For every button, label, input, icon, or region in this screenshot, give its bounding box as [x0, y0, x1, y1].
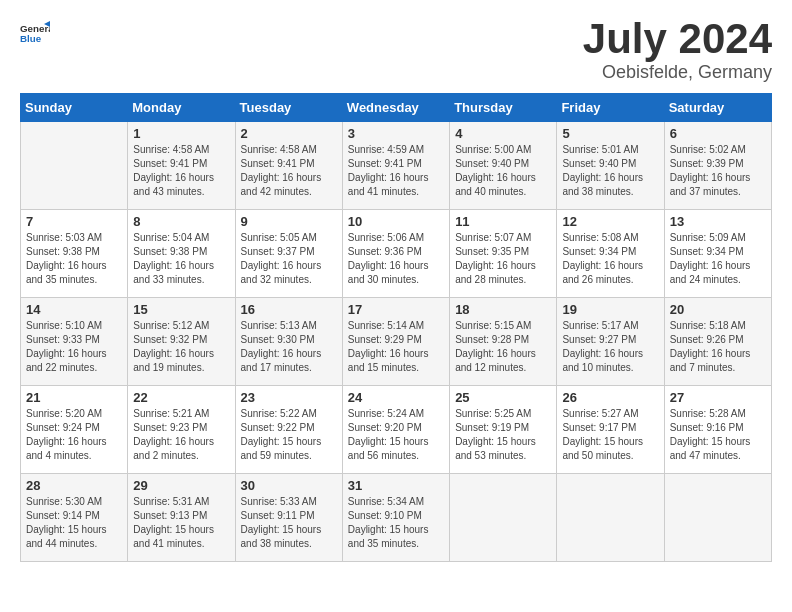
day-info: Sunrise: 5:28 AMSunset: 9:16 PMDaylight:…: [670, 407, 766, 463]
page-container: General Blue July 2024 Oebisfelde, Germa…: [0, 0, 792, 572]
day-info: Sunrise: 5:21 AMSunset: 9:23 PMDaylight:…: [133, 407, 229, 463]
day-info: Sunrise: 5:22 AMSunset: 9:22 PMDaylight:…: [241, 407, 337, 463]
day-number: 8: [133, 214, 229, 229]
header-wednesday: Wednesday: [342, 94, 449, 122]
day-number: 3: [348, 126, 444, 141]
header-sunday: Sunday: [21, 94, 128, 122]
day-info: Sunrise: 5:13 AMSunset: 9:30 PMDaylight:…: [241, 319, 337, 375]
day-number: 23: [241, 390, 337, 405]
day-number: 25: [455, 390, 551, 405]
calendar-cell: 8Sunrise: 5:04 AMSunset: 9:38 PMDaylight…: [128, 210, 235, 298]
calendar-cell: 10Sunrise: 5:06 AMSunset: 9:36 PMDayligh…: [342, 210, 449, 298]
day-number: 28: [26, 478, 122, 493]
day-info: Sunrise: 5:10 AMSunset: 9:33 PMDaylight:…: [26, 319, 122, 375]
day-info: Sunrise: 5:08 AMSunset: 9:34 PMDaylight:…: [562, 231, 658, 287]
calendar-cell: 26Sunrise: 5:27 AMSunset: 9:17 PMDayligh…: [557, 386, 664, 474]
calendar-cell: 14Sunrise: 5:10 AMSunset: 9:33 PMDayligh…: [21, 298, 128, 386]
day-number: 30: [241, 478, 337, 493]
calendar-cell: 6Sunrise: 5:02 AMSunset: 9:39 PMDaylight…: [664, 122, 771, 210]
day-number: 1: [133, 126, 229, 141]
day-info: Sunrise: 5:34 AMSunset: 9:10 PMDaylight:…: [348, 495, 444, 551]
calendar-cell: 30Sunrise: 5:33 AMSunset: 9:11 PMDayligh…: [235, 474, 342, 562]
day-number: 26: [562, 390, 658, 405]
calendar-cell: 22Sunrise: 5:21 AMSunset: 9:23 PMDayligh…: [128, 386, 235, 474]
day-info: Sunrise: 5:14 AMSunset: 9:29 PMDaylight:…: [348, 319, 444, 375]
week-row-5: 28Sunrise: 5:30 AMSunset: 9:14 PMDayligh…: [21, 474, 772, 562]
day-info: Sunrise: 5:03 AMSunset: 9:38 PMDaylight:…: [26, 231, 122, 287]
calendar-cell: 29Sunrise: 5:31 AMSunset: 9:13 PMDayligh…: [128, 474, 235, 562]
day-info: Sunrise: 5:20 AMSunset: 9:24 PMDaylight:…: [26, 407, 122, 463]
calendar-cell: 23Sunrise: 5:22 AMSunset: 9:22 PMDayligh…: [235, 386, 342, 474]
day-number: 16: [241, 302, 337, 317]
header-saturday: Saturday: [664, 94, 771, 122]
weekday-header-row: Sunday Monday Tuesday Wednesday Thursday…: [21, 94, 772, 122]
calendar-cell: 4Sunrise: 5:00 AMSunset: 9:40 PMDaylight…: [450, 122, 557, 210]
header-friday: Friday: [557, 94, 664, 122]
title-block: July 2024 Oebisfelde, Germany: [583, 18, 772, 83]
day-info: Sunrise: 5:07 AMSunset: 9:35 PMDaylight:…: [455, 231, 551, 287]
calendar-cell: 20Sunrise: 5:18 AMSunset: 9:26 PMDayligh…: [664, 298, 771, 386]
calendar-cell: 27Sunrise: 5:28 AMSunset: 9:16 PMDayligh…: [664, 386, 771, 474]
calendar-cell: [450, 474, 557, 562]
day-number: 27: [670, 390, 766, 405]
calendar-cell: 24Sunrise: 5:24 AMSunset: 9:20 PMDayligh…: [342, 386, 449, 474]
day-number: 31: [348, 478, 444, 493]
week-row-2: 7Sunrise: 5:03 AMSunset: 9:38 PMDaylight…: [21, 210, 772, 298]
day-info: Sunrise: 5:01 AMSunset: 9:40 PMDaylight:…: [562, 143, 658, 199]
day-number: 20: [670, 302, 766, 317]
day-info: Sunrise: 4:58 AMSunset: 9:41 PMDaylight:…: [133, 143, 229, 199]
calendar-table: Sunday Monday Tuesday Wednesday Thursday…: [20, 93, 772, 562]
calendar-cell: 15Sunrise: 5:12 AMSunset: 9:32 PMDayligh…: [128, 298, 235, 386]
calendar-cell: 16Sunrise: 5:13 AMSunset: 9:30 PMDayligh…: [235, 298, 342, 386]
day-info: Sunrise: 5:04 AMSunset: 9:38 PMDaylight:…: [133, 231, 229, 287]
day-number: 11: [455, 214, 551, 229]
header-thursday: Thursday: [450, 94, 557, 122]
day-info: Sunrise: 5:12 AMSunset: 9:32 PMDaylight:…: [133, 319, 229, 375]
calendar-cell: 19Sunrise: 5:17 AMSunset: 9:27 PMDayligh…: [557, 298, 664, 386]
day-number: 22: [133, 390, 229, 405]
calendar-cell: 5Sunrise: 5:01 AMSunset: 9:40 PMDaylight…: [557, 122, 664, 210]
calendar-cell: 3Sunrise: 4:59 AMSunset: 9:41 PMDaylight…: [342, 122, 449, 210]
logo-icon: General Blue: [20, 18, 50, 48]
day-info: Sunrise: 5:00 AMSunset: 9:40 PMDaylight:…: [455, 143, 551, 199]
calendar-cell: 31Sunrise: 5:34 AMSunset: 9:10 PMDayligh…: [342, 474, 449, 562]
day-info: Sunrise: 5:15 AMSunset: 9:28 PMDaylight:…: [455, 319, 551, 375]
day-number: 13: [670, 214, 766, 229]
day-number: 12: [562, 214, 658, 229]
day-number: 18: [455, 302, 551, 317]
day-info: Sunrise: 4:59 AMSunset: 9:41 PMDaylight:…: [348, 143, 444, 199]
day-info: Sunrise: 5:17 AMSunset: 9:27 PMDaylight:…: [562, 319, 658, 375]
day-number: 5: [562, 126, 658, 141]
day-number: 21: [26, 390, 122, 405]
day-info: Sunrise: 4:58 AMSunset: 9:41 PMDaylight:…: [241, 143, 337, 199]
header-row: General Blue July 2024 Oebisfelde, Germa…: [20, 18, 772, 83]
day-number: 19: [562, 302, 658, 317]
week-row-3: 14Sunrise: 5:10 AMSunset: 9:33 PMDayligh…: [21, 298, 772, 386]
day-number: 15: [133, 302, 229, 317]
calendar-cell: [557, 474, 664, 562]
day-number: 6: [670, 126, 766, 141]
day-number: 4: [455, 126, 551, 141]
day-info: Sunrise: 5:05 AMSunset: 9:37 PMDaylight:…: [241, 231, 337, 287]
calendar-cell: [664, 474, 771, 562]
day-info: Sunrise: 5:33 AMSunset: 9:11 PMDaylight:…: [241, 495, 337, 551]
day-number: 7: [26, 214, 122, 229]
calendar-cell: 17Sunrise: 5:14 AMSunset: 9:29 PMDayligh…: [342, 298, 449, 386]
calendar-cell: 12Sunrise: 5:08 AMSunset: 9:34 PMDayligh…: [557, 210, 664, 298]
day-number: 2: [241, 126, 337, 141]
location-title: Oebisfelde, Germany: [583, 62, 772, 83]
week-row-1: 1Sunrise: 4:58 AMSunset: 9:41 PMDaylight…: [21, 122, 772, 210]
calendar-cell: 11Sunrise: 5:07 AMSunset: 9:35 PMDayligh…: [450, 210, 557, 298]
calendar-cell: 9Sunrise: 5:05 AMSunset: 9:37 PMDaylight…: [235, 210, 342, 298]
calendar-cell: 21Sunrise: 5:20 AMSunset: 9:24 PMDayligh…: [21, 386, 128, 474]
calendar-cell: 28Sunrise: 5:30 AMSunset: 9:14 PMDayligh…: [21, 474, 128, 562]
day-number: 9: [241, 214, 337, 229]
logo: General Blue: [20, 18, 50, 48]
calendar-cell: 13Sunrise: 5:09 AMSunset: 9:34 PMDayligh…: [664, 210, 771, 298]
calendar-cell: 1Sunrise: 4:58 AMSunset: 9:41 PMDaylight…: [128, 122, 235, 210]
day-info: Sunrise: 5:30 AMSunset: 9:14 PMDaylight:…: [26, 495, 122, 551]
day-info: Sunrise: 5:18 AMSunset: 9:26 PMDaylight:…: [670, 319, 766, 375]
calendar-cell: 25Sunrise: 5:25 AMSunset: 9:19 PMDayligh…: [450, 386, 557, 474]
day-info: Sunrise: 5:24 AMSunset: 9:20 PMDaylight:…: [348, 407, 444, 463]
day-info: Sunrise: 5:02 AMSunset: 9:39 PMDaylight:…: [670, 143, 766, 199]
